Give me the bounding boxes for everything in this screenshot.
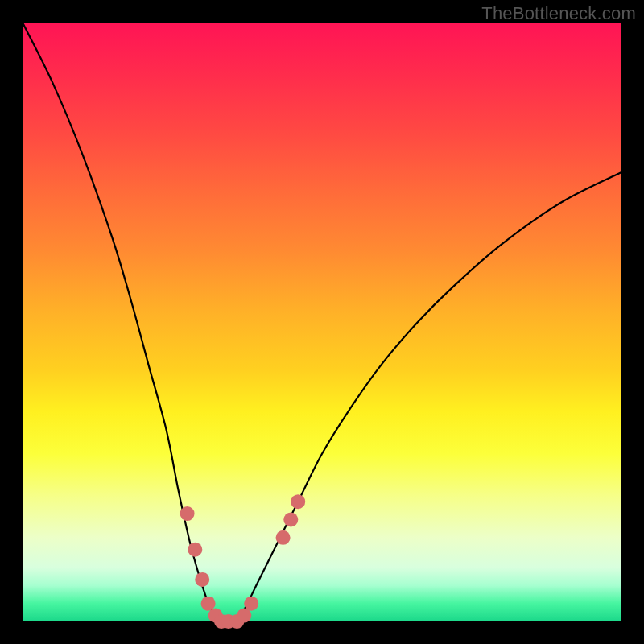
curve-marker (283, 513, 298, 527)
bottleneck-curve (23, 23, 621, 622)
curve-marker (244, 597, 258, 611)
curve-svg (23, 23, 621, 621)
curve-marker (201, 597, 216, 611)
curve-marker (276, 530, 291, 545)
watermark-text: TheBottleneck.com (481, 3, 636, 24)
curve-marker (195, 572, 209, 587)
chart-frame: TheBottleneck.com (0, 0, 644, 644)
plot-area (23, 23, 621, 621)
curve-marker (188, 543, 202, 557)
curve-marker (180, 506, 195, 521)
curve-marker (291, 494, 305, 509)
curve-markers (180, 494, 306, 629)
